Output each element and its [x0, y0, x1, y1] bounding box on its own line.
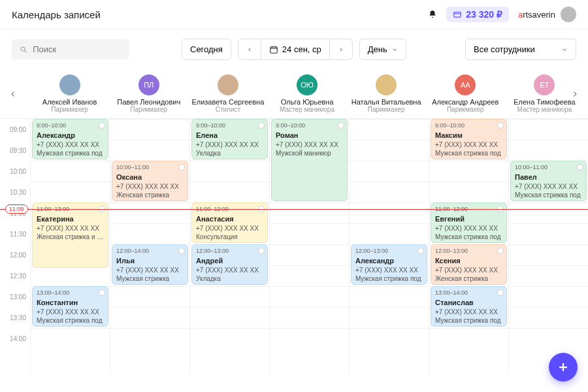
balance-badge[interactable]: 23 320 ₽	[446, 7, 509, 22]
staff-header[interactable]: Елизавета Сергеевна Стилист	[188, 74, 267, 113]
appointment[interactable]: 9:00–10:00 Роман +7 (XXX) XXX XX XX Мужс…	[271, 119, 348, 201]
staff-header[interactable]: Алексей Иванов Парикмахер	[30, 74, 109, 113]
chat-icon[interactable]	[497, 122, 504, 129]
staff-header[interactable]: АА Александр Андреев Парикмахер	[426, 74, 505, 113]
appointment-time: 10:00–11:00	[116, 164, 184, 172]
staff-role: Парикмахер	[30, 106, 109, 113]
appointment-service: Укладка	[196, 274, 263, 283]
chat-icon[interactable]	[178, 248, 185, 254]
appointment-client: Павел	[515, 172, 582, 182]
appointment-phone: +7 (XXX) XXX XX XX	[116, 266, 184, 274]
chat-icon[interactable]	[258, 248, 265, 254]
appointment-time: 9:00–10:00	[196, 122, 263, 130]
appointment-phone: +7 (XXX) XXX XX XX	[196, 224, 263, 233]
appointment-client: Елена	[196, 131, 263, 140]
staff-header[interactable]: Наталья Витальевна Парикмахер	[347, 74, 426, 113]
appointment[interactable]: 13:00–14:00 Константин +7 (XXX) XXX XX X…	[32, 286, 108, 327]
svg-point-1	[21, 46, 25, 50]
appointment-service: Мужская стрижка под	[355, 274, 423, 283]
chat-icon[interactable]	[178, 164, 185, 171]
appointment-phone: +7 (XXX) XXX XX XX	[435, 224, 502, 233]
date-next-button[interactable]	[330, 39, 353, 60]
staff-header[interactable]: ПЛ Павел Леонидович Парикмахер	[109, 74, 188, 113]
staff-header[interactable]: ОЮ Ольга Юрьевна Мастер маникюра	[267, 74, 346, 113]
chat-icon[interactable]	[497, 289, 504, 296]
calendar-column[interactable]: 12:00–13:00 Александр +7 (XXX) XXX XX XX…	[349, 119, 429, 374]
svg-rect-0	[454, 12, 461, 18]
chat-icon[interactable]	[577, 164, 583, 171]
today-button[interactable]: Сегодня	[182, 39, 231, 60]
time-label: 09:30	[0, 140, 30, 161]
appointment-service: Мужская стрижка под	[435, 233, 502, 241]
add-button[interactable]	[549, 353, 578, 382]
search-input-wrap[interactable]	[12, 39, 129, 59]
chat-icon[interactable]	[497, 248, 504, 254]
staff-name: Павел Леонидович	[109, 98, 188, 106]
appointment[interactable]: 13:00–14:00 Станислав +7 (XXX) XXX XX XX…	[431, 286, 507, 327]
appointment-time: 13:00–14:00	[37, 289, 104, 297]
appointment-client: Ксения	[435, 256, 502, 265]
appointment[interactable]: 9:00–10:00 Александр +7 (XXX) XXX XX XX …	[32, 119, 108, 159]
date-prev-button[interactable]	[238, 39, 261, 60]
calendar-column[interactable]: 9:00–10:00 Александр +7 (XXX) XXX XX XX …	[30, 119, 110, 374]
appointment-time: 9:00–10:00	[276, 122, 343, 130]
appointment-service: Женская стрижка	[116, 191, 184, 199]
staff-role: Парикмахер	[347, 106, 426, 113]
staff-name: Елизавета Сергеевна	[188, 98, 267, 106]
staff-avatar	[376, 74, 397, 95]
calendar-column[interactable]: 10:00–11:00 Павел +7 (XXX) XXX XX XX Муж…	[508, 119, 588, 374]
notifications-icon[interactable]	[428, 10, 437, 19]
appointment-time: 9:00–10:00	[37, 122, 104, 130]
appointment[interactable]: 11:00–13:00 Екатерина +7 (XXX) XXX XX XX…	[32, 203, 108, 268]
staff-avatar: ОЮ	[297, 74, 318, 95]
appointment-service: Мужской маникюр	[276, 149, 343, 157]
chat-icon[interactable]	[417, 248, 424, 254]
staff-next-button[interactable]	[571, 90, 579, 98]
staff-filter-dropdown[interactable]: Все сотрудники	[465, 39, 576, 60]
time-label: 10:00	[0, 161, 30, 182]
appointment-phone: +7 (XXX) XXX XX XX	[196, 140, 263, 149]
username[interactable]: artsaverin	[518, 10, 555, 20]
appointment[interactable]: 9:00–10:00 Елена +7 (XXX) XXX XX XX Укла…	[191, 119, 268, 159]
appointment-service: Мужская стрижка под	[37, 316, 104, 325]
appointment[interactable]: 10:00–11:00 Павел +7 (XXX) XXX XX XX Муж…	[510, 161, 587, 201]
appointment-phone: +7 (XXX) XXX XX XX	[435, 140, 502, 149]
appointment-service: Женская стрижка	[435, 274, 502, 283]
appointment-phone: +7 (XXX) XXX XX XX	[37, 224, 104, 233]
current-time-indicator: 11:09	[5, 204, 28, 214]
staff-prev-button[interactable]	[9, 90, 17, 98]
calendar-column[interactable]: 9:00–10:00 Роман +7 (XXX) XXX XX XX Мужс…	[269, 119, 349, 374]
chat-icon[interactable]	[338, 122, 344, 129]
chat-icon[interactable]	[99, 122, 105, 129]
chat-icon[interactable]	[99, 289, 105, 296]
calendar-column[interactable]: 9:00–10:00 Елена +7 (XXX) XXX XX XX Укла…	[189, 119, 269, 374]
appointment-phone: +7 (XXX) XXX XX XX	[435, 308, 502, 316]
appointment[interactable]: 9:00–10:00 Максим +7 (XXX) XXX XX XX Муж…	[431, 119, 507, 159]
appointment-client: Станислав	[435, 298, 502, 307]
calendar-column[interactable]: 9:00–10:00 Максим +7 (XXX) XXX XX XX Муж…	[429, 119, 508, 374]
appointment-service: Укладка	[196, 149, 263, 157]
staff-role: Стилист	[188, 106, 267, 113]
appointment[interactable]: 12:00–13:00 Ксения +7 (XXX) XXX XX XX Же…	[431, 244, 507, 285]
appointment-service: Мужская стрижка под	[515, 191, 582, 199]
appointment-time: 12:00–13:00	[435, 248, 502, 255]
user-avatar[interactable]	[561, 7, 576, 22]
chevron-down-icon	[391, 46, 398, 53]
view-dropdown[interactable]: День	[359, 39, 406, 60]
appointment[interactable]: 12:00–14:00 Илья +7 (XXX) XXX XX XX Мужс…	[112, 244, 188, 285]
appointment-service: Мужская стрижка	[116, 274, 184, 283]
date-picker-button[interactable]: 24 сен, ср	[261, 39, 330, 60]
chat-icon[interactable]	[258, 122, 265, 129]
search-input[interactable]	[33, 44, 122, 54]
time-label: 14:00	[0, 328, 30, 349]
calendar-column[interactable]: 10:00–11:00 Оксана +7 (XXX) XXX XX XX Же…	[110, 119, 189, 374]
search-icon	[20, 45, 27, 54]
appointment-phone: +7 (XXX) XXX XX XX	[515, 182, 582, 191]
appointment-client: Оксана	[116, 172, 184, 182]
time-label: 12:30	[0, 265, 30, 286]
appointment-client: Александр	[355, 256, 423, 265]
appointment[interactable]: 10:00–11:00 Оксана +7 (XXX) XXX XX XX Же…	[112, 161, 188, 201]
time-label: 13:30	[0, 307, 30, 328]
appointment[interactable]: 12:00–13:00 Андрей +7 (XXX) XXX XX XX Ук…	[191, 244, 268, 285]
appointment[interactable]: 12:00–13:00 Александр +7 (XXX) XXX XX XX…	[351, 244, 427, 285]
